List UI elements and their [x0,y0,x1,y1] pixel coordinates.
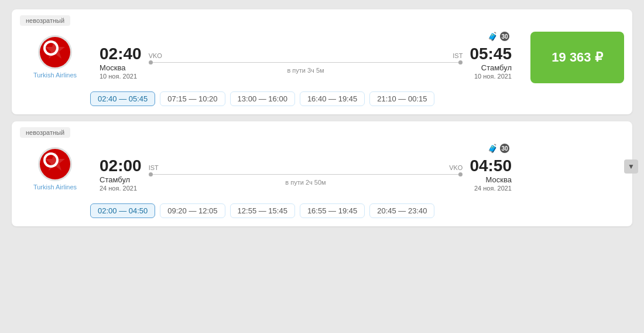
airline-logo-1 [38,35,72,69]
flights-container: невозратный Turkish Airlines 🧳 30 [12,9,632,233]
airport-codes-1: VKO IST [149,52,463,59]
time-chip-1-4[interactable]: 21:10 — 00:15 [369,91,434,106]
arr-code-1: IST [453,52,463,59]
time-chip-1-2[interactable]: 13:00 — 16:00 [230,91,295,106]
route-dot-end-2 [458,172,463,176]
airport-codes-2: IST VKO [149,164,463,171]
baggage-number-2: 30 [500,144,509,153]
route-middle-2: IST VKO в пути 2ч 50м [149,164,463,186]
flight-route-2: 02:00 Стамбул 24 ноя. 2021 IST VKO [100,158,512,192]
arrival-city-2: Москва [486,175,512,184]
time-options-1: 02:40 — 05:45 07:15 — 10:20 13:00 — 16:0… [12,91,632,114]
price-placeholder-2 [530,144,624,195]
non-refundable-badge-1: невозратный [20,15,70,26]
non-refundable-badge-2: невозратный [20,127,70,138]
arr-code-2: VKO [449,164,463,171]
baggage-icon-1: 🧳 [488,32,498,41]
time-chip-1-1[interactable]: 07:15 — 10:20 [160,91,225,106]
airline-name-1: Turkish Airlines [33,72,77,79]
route-dot-start-1 [149,60,153,64]
dep-code-2: IST [149,164,159,171]
airline-info-2: Turkish Airlines [20,144,90,195]
departure-info-2: 02:00 Стамбул 24 ноя. 2021 [100,158,142,192]
scroll-down-arrow[interactable]: ▼ [624,159,638,174]
time-options-2: 02:00 — 04:50 09:20 — 12:05 12:55 — 15:4… [12,203,632,226]
airline-name-2: Turkish Airlines [33,184,77,191]
flight-route-1: 02:40 Москва 10 ноя. 2021 VKO IST [100,46,512,80]
arrival-time-1: 05:45 [470,46,512,62]
departure-date-2: 24 ноя. 2021 [100,185,137,192]
route-dash-2 [153,174,459,175]
time-chip-2-1[interactable]: 09:20 — 12:05 [160,203,225,218]
departure-time-2: 02:00 [100,158,142,174]
arrival-info-2: 04:50 Москва 24 ноя. 2021 [470,158,512,192]
time-chip-2-4[interactable]: 20:45 — 23:40 [369,203,434,218]
price-button-1[interactable]: 19 363 ₽ [530,32,624,83]
dep-code-1: VKO [149,52,162,59]
arrival-info-1: 05:45 Стамбул 10 ноя. 2021 [470,46,512,80]
route-dot-start-2 [149,172,153,176]
duration-2: в пути 2ч 50м [285,179,326,186]
departure-date-1: 10 ноя. 2021 [100,73,137,80]
flight-main-2: Turkish Airlines 🧳 30 02:00 Стамбул 24 н… [12,138,632,203]
route-line-2 [149,172,463,176]
flight-details-2: 🧳 30 02:00 Стамбул 24 ноя. 2021 IST VKO [90,144,521,195]
flight-main-1: Turkish Airlines 🧳 30 02:40 Москва 10 но… [12,26,632,91]
time-chip-1-3[interactable]: 16:40 — 19:45 [300,91,365,106]
time-chip-2-3[interactable]: 16:55 — 19:45 [300,203,365,218]
arrival-time-2: 04:50 [470,158,512,174]
time-chip-2-2[interactable]: 12:55 — 15:45 [230,203,295,218]
route-line-1 [149,60,463,64]
departure-city-2: Стамбул [100,175,130,184]
flight-card-2: невозратный Turkish Airlines 🧳 30 [12,121,632,226]
arrival-date-2: 24 ноя. 2021 [474,185,512,192]
baggage-number-1: 30 [500,32,509,41]
airline-info-1: Turkish Airlines [20,32,90,83]
baggage-area-2: 🧳 30 [100,144,512,153]
time-chip-1-0[interactable]: 02:40 — 05:45 [90,91,155,106]
baggage-icon-2: 🧳 [488,144,498,153]
arrival-city-1: Стамбул [481,63,512,72]
airline-logo-2 [38,147,72,181]
route-middle-1: VKO IST в пути 3ч 5м [149,52,463,74]
time-chip-2-0[interactable]: 02:00 — 04:50 [90,203,155,218]
route-dot-end-1 [458,60,463,64]
scrollbar: ▼ [624,159,638,174]
departure-info-1: 02:40 Москва 10 ноя. 2021 [100,46,142,80]
departure-time-1: 02:40 [100,46,142,62]
baggage-area-1: 🧳 30 [100,32,512,41]
duration-1: в пути 3ч 5м [287,67,324,74]
flight-card-1: невозратный Turkish Airlines 🧳 30 [12,9,632,114]
route-dash-1 [153,62,459,63]
arrival-date-1: 10 ноя. 2021 [474,73,512,80]
departure-city-1: Москва [100,63,125,72]
flight-details-1: 🧳 30 02:40 Москва 10 ноя. 2021 VKO IST [90,32,521,83]
